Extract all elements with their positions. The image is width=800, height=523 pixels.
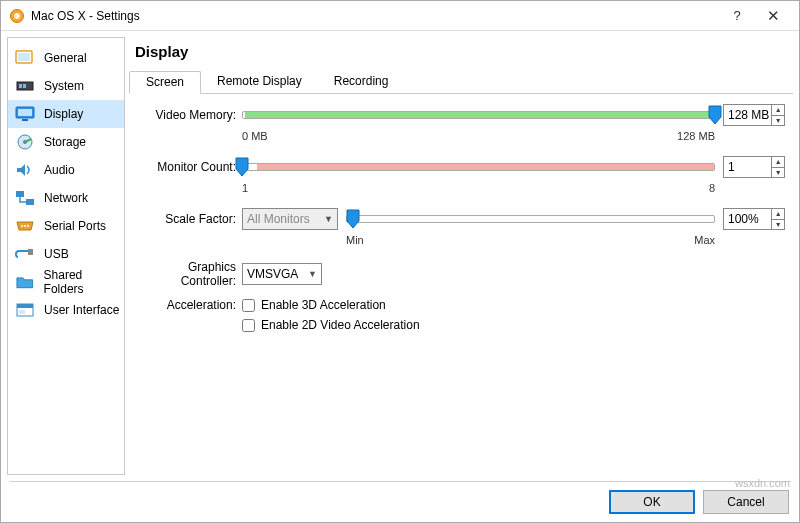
enable-3d-label: Enable 3D Acceleration	[261, 298, 386, 312]
app-icon	[9, 8, 25, 24]
video-memory-spinner[interactable]: ▲▼	[723, 104, 785, 126]
network-icon	[14, 189, 36, 207]
enable-3d-checkbox[interactable]: Enable 3D Acceleration	[242, 298, 420, 312]
spin-up-icon[interactable]: ▲	[772, 157, 784, 168]
video-memory-min-label: 0 MB	[242, 130, 268, 142]
sidebar-item-label: General	[44, 51, 87, 65]
scale-factor-slider[interactable]	[346, 215, 715, 223]
svg-rect-19	[17, 304, 33, 308]
scale-factor-label: Scale Factor:	[137, 212, 242, 226]
spin-up-icon[interactable]: ▲	[772, 105, 784, 116]
video-memory-label: Video Memory:	[137, 108, 242, 122]
sidebar-item-label: USB	[44, 247, 69, 261]
tab-recording[interactable]: Recording	[318, 71, 405, 94]
sidebar-item-label: Audio	[44, 163, 75, 177]
video-memory-max-label: 128 MB	[677, 130, 715, 142]
svg-rect-5	[19, 84, 22, 88]
close-button[interactable]: ✕	[755, 7, 791, 25]
svg-rect-13	[26, 199, 34, 205]
page-title: Display	[129, 37, 793, 70]
monitor-count-spinner[interactable]: ▲▼	[723, 156, 785, 178]
sidebar-item-label: Serial Ports	[44, 219, 106, 233]
spin-down-icon[interactable]: ▼	[772, 168, 784, 178]
user-interface-icon	[14, 301, 36, 319]
sidebar-item-label: Network	[44, 191, 88, 205]
titlebar: Mac OS X - Settings ? ✕	[1, 1, 799, 31]
tab-remote-display[interactable]: Remote Display	[201, 71, 318, 94]
sidebar-item-label: User Interface	[44, 303, 119, 317]
sidebar-item-label: System	[44, 79, 84, 93]
svg-rect-6	[23, 84, 26, 88]
svg-rect-17	[28, 249, 33, 255]
sidebar-item-usb[interactable]: USB	[8, 240, 124, 268]
ok-button[interactable]: OK	[609, 490, 695, 514]
checkbox-3d[interactable]	[242, 299, 255, 312]
sidebar-item-serial-ports[interactable]: Serial Ports	[8, 212, 124, 240]
sidebar-item-audio[interactable]: Audio	[8, 156, 124, 184]
storage-icon	[14, 133, 36, 151]
acceleration-label: Acceleration:	[137, 298, 242, 312]
window-title: Mac OS X - Settings	[31, 9, 719, 23]
main-panel: Display Screen Remote Display Recording …	[129, 37, 793, 475]
sidebar-item-display[interactable]: Display	[8, 100, 124, 128]
help-button[interactable]: ?	[719, 8, 755, 23]
sidebar-item-system[interactable]: System	[8, 72, 124, 100]
system-icon	[14, 77, 36, 95]
scale-factor-input[interactable]	[724, 209, 771, 229]
svg-rect-20	[19, 310, 25, 314]
audio-icon	[14, 161, 36, 179]
monitor-count-input[interactable]	[724, 157, 771, 177]
checkbox-2d[interactable]	[242, 319, 255, 332]
svg-rect-8	[18, 109, 32, 116]
graphics-controller-label: Graphics Controller:	[137, 260, 242, 288]
serial-ports-icon	[14, 217, 36, 235]
graphics-controller-value: VMSVGA	[247, 267, 298, 281]
sidebar: General System Display Storage Audio Net…	[7, 37, 125, 475]
scale-factor-combo: All Monitors ▼	[242, 208, 338, 230]
sidebar-item-label: Shared Folders	[44, 268, 124, 296]
sidebar-item-label: Display	[44, 107, 83, 121]
scale-factor-combo-value: All Monitors	[247, 212, 310, 226]
slider-thumb-icon[interactable]	[346, 209, 360, 229]
video-memory-input[interactable]	[724, 105, 771, 125]
spin-down-icon[interactable]: ▼	[772, 116, 784, 126]
footer: OK Cancel	[1, 482, 799, 522]
svg-rect-3	[18, 53, 30, 61]
display-icon	[14, 105, 36, 123]
video-memory-slider[interactable]	[242, 111, 715, 119]
svg-point-16	[27, 225, 29, 227]
tab-screen[interactable]: Screen	[129, 71, 201, 94]
sidebar-item-network[interactable]: Network	[8, 184, 124, 212]
spin-down-icon[interactable]: ▼	[772, 220, 784, 230]
slider-thumb-icon[interactable]	[708, 105, 722, 125]
shared-folders-icon	[14, 273, 36, 291]
svg-point-1	[14, 13, 20, 19]
spin-up-icon[interactable]: ▲	[772, 209, 784, 220]
sidebar-item-storage[interactable]: Storage	[8, 128, 124, 156]
svg-rect-12	[16, 191, 24, 197]
svg-point-14	[21, 225, 23, 227]
cancel-button[interactable]: Cancel	[703, 490, 789, 514]
svg-rect-9	[22, 119, 28, 121]
monitor-count-slider[interactable]	[242, 163, 715, 171]
general-icon	[14, 49, 36, 67]
monitor-count-label: Monitor Count:	[137, 160, 242, 174]
usb-icon	[14, 245, 36, 263]
scale-factor-spinner[interactable]: ▲▼	[723, 208, 785, 230]
scale-factor-min-label: Min	[346, 234, 364, 246]
tabs: Screen Remote Display Recording	[129, 70, 793, 94]
chevron-down-icon: ▼	[324, 214, 333, 224]
sidebar-item-label: Storage	[44, 135, 86, 149]
slider-thumb-icon[interactable]	[235, 157, 249, 177]
monitor-count-max-label: 8	[709, 182, 715, 194]
enable-2d-label: Enable 2D Video Acceleration	[261, 318, 420, 332]
graphics-controller-combo[interactable]: VMSVGA ▼	[242, 263, 322, 285]
enable-2d-checkbox[interactable]: Enable 2D Video Acceleration	[242, 318, 420, 332]
sidebar-item-shared-folders[interactable]: Shared Folders	[8, 268, 124, 296]
sidebar-item-general[interactable]: General	[8, 44, 124, 72]
monitor-count-min-label: 1	[242, 182, 248, 194]
svg-point-15	[24, 225, 26, 227]
sidebar-item-user-interface[interactable]: User Interface	[8, 296, 124, 324]
watermark: wsxdn.com	[735, 477, 790, 489]
scale-factor-max-label: Max	[694, 234, 715, 246]
